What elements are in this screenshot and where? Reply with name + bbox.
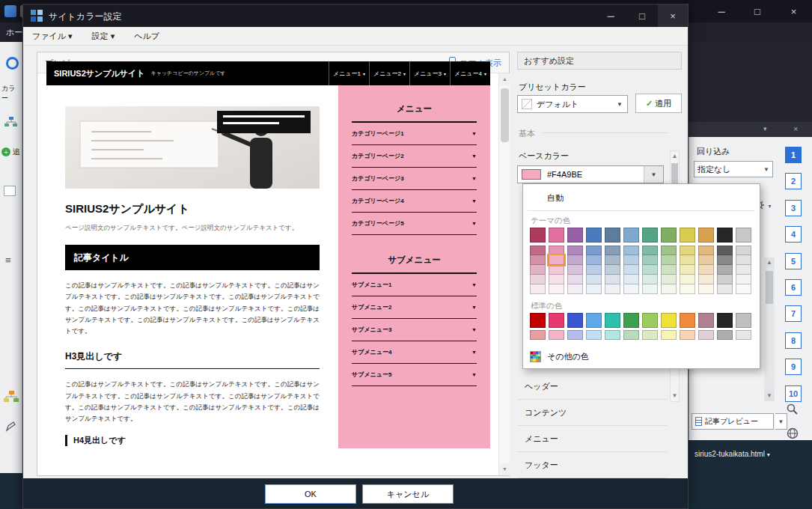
theme-color-variant-swatch[interactable] xyxy=(549,255,564,265)
theme-color-variant-swatch[interactable] xyxy=(736,275,751,284)
preview-scrollbar[interactable]: ▲ ▼ xyxy=(498,73,510,475)
page-number-button[interactable]: 3 xyxy=(785,200,802,216)
site-nav-item[interactable]: メニュー1▾ xyxy=(329,61,369,85)
sidebar-item[interactable]: カテゴリーページ2▼ xyxy=(352,145,477,168)
site-structure-icon[interactable] xyxy=(4,391,19,406)
theme-color-swatch[interactable] xyxy=(680,228,695,243)
theme-color-variant-swatch[interactable] xyxy=(736,265,751,275)
scroll-down-icon[interactable]: ▼ xyxy=(764,391,775,401)
theme-color-swatch[interactable] xyxy=(661,228,677,243)
standard-color-swatch[interactable] xyxy=(661,313,677,328)
theme-color-variant-swatch[interactable] xyxy=(680,255,695,265)
base-color-caret-icon[interactable]: ▼ xyxy=(644,166,663,183)
theme-color-variant-swatch[interactable] xyxy=(736,246,751,255)
panel-close-icon[interactable]: × xyxy=(793,124,798,133)
standard-color-light-swatch[interactable] xyxy=(680,330,695,340)
standard-color-light-swatch[interactable] xyxy=(698,330,714,340)
theme-color-variant-swatch[interactable] xyxy=(642,284,658,294)
dialog-close-button[interactable]: × xyxy=(658,4,688,27)
site-nav-item[interactable]: メニュー2▾ xyxy=(369,61,409,85)
theme-color-variant-swatch[interactable] xyxy=(680,265,695,275)
standard-color-light-swatch[interactable] xyxy=(736,330,751,340)
standard-color-swatch[interactable] xyxy=(605,313,620,328)
theme-color-variant-swatch[interactable] xyxy=(623,265,639,275)
theme-color-variant-swatch[interactable] xyxy=(605,246,620,255)
preview-scroll-down-icon[interactable]: ▼ xyxy=(499,463,510,475)
theme-color-variant-swatch[interactable] xyxy=(661,255,677,265)
theme-color-variant-swatch[interactable] xyxy=(717,265,733,275)
theme-color-variant-swatch[interactable] xyxy=(698,255,714,265)
more-colors-option[interactable]: その他の色 xyxy=(530,347,754,365)
menu-file[interactable]: ファイル ▾ xyxy=(32,31,73,42)
theme-color-variant-swatch[interactable] xyxy=(567,255,583,265)
standard-color-swatch[interactable] xyxy=(717,313,733,328)
theme-color-swatch[interactable] xyxy=(567,228,583,243)
theme-color-variant-swatch[interactable] xyxy=(586,284,602,294)
settings-scroll-up-icon[interactable]: ▲ xyxy=(671,151,679,162)
theme-color-variant-swatch[interactable] xyxy=(549,275,564,284)
theme-color-variant-swatch[interactable] xyxy=(623,246,639,255)
preset-color-select[interactable]: デフォルト ▼ xyxy=(517,95,628,113)
color-wheel-icon[interactable] xyxy=(6,57,19,70)
theme-color-variant-swatch[interactable] xyxy=(623,255,639,265)
theme-color-variant-swatch[interactable] xyxy=(717,246,733,255)
theme-color-variant-swatch[interactable] xyxy=(642,255,658,265)
auto-color-option[interactable]: 自動 xyxy=(523,187,760,208)
theme-color-swatch[interactable] xyxy=(586,228,602,243)
article-preview-button[interactable]: 記事プレビュー xyxy=(692,413,774,430)
preview-scrollbar-thumb[interactable] xyxy=(501,88,509,142)
theme-color-variant-swatch[interactable] xyxy=(661,265,677,275)
page-number-button[interactable]: 1 xyxy=(785,147,802,163)
list-icon[interactable]: ≡ xyxy=(5,254,11,266)
theme-color-swatch[interactable] xyxy=(717,228,733,243)
theme-color-swatch[interactable] xyxy=(698,228,714,243)
standard-color-light-swatch[interactable] xyxy=(530,330,546,340)
theme-color-variant-swatch[interactable] xyxy=(549,246,564,255)
theme-color-variant-swatch[interactable] xyxy=(605,255,620,265)
theme-color-variant-swatch[interactable] xyxy=(530,265,546,275)
sidebar-item[interactable]: カテゴリーページ1▼ xyxy=(352,123,477,145)
theme-color-variant-swatch[interactable] xyxy=(605,275,620,284)
theme-color-swatch[interactable] xyxy=(549,228,564,243)
theme-color-variant-swatch[interactable] xyxy=(717,255,733,265)
cancel-button[interactable]: キャンセル xyxy=(362,484,454,504)
theme-color-swatch[interactable] xyxy=(623,228,639,243)
standard-color-swatch[interactable] xyxy=(549,313,564,328)
file-tab[interactable]: sirius2-tukaikata.html ▾ xyxy=(695,450,770,458)
theme-color-variant-swatch[interactable] xyxy=(680,284,695,294)
theme-color-variant-swatch[interactable] xyxy=(698,246,714,255)
theme-color-variant-swatch[interactable] xyxy=(717,284,733,294)
page-number-button[interactable]: 4 xyxy=(785,226,802,243)
settings-section-ヘッダー[interactable]: ヘッダー xyxy=(517,374,667,400)
theme-color-variant-swatch[interactable] xyxy=(549,284,564,294)
panel-scrollbar-thumb[interactable] xyxy=(766,271,773,304)
sidebar-item[interactable]: サブメニュー4▼ xyxy=(352,341,477,364)
sidebar-item[interactable]: カテゴリーページ5▼ xyxy=(352,213,477,235)
menu-settings[interactable]: 設定 ▾ xyxy=(92,31,115,42)
apply-button[interactable]: ✓ 適用 xyxy=(635,94,682,113)
sidebar-item[interactable]: カテゴリーページ4▼ xyxy=(352,190,477,213)
standard-color-swatch[interactable] xyxy=(736,313,751,328)
standard-color-swatch[interactable] xyxy=(623,313,639,328)
theme-color-variant-swatch[interactable] xyxy=(530,255,546,265)
base-color-select[interactable]: #F4A9BE ▼ xyxy=(517,165,664,183)
theme-color-variant-swatch[interactable] xyxy=(567,246,583,255)
standard-color-light-swatch[interactable] xyxy=(661,330,677,340)
standard-color-light-swatch[interactable] xyxy=(642,330,658,340)
settings-section-フッター[interactable]: フッター xyxy=(517,452,667,478)
settings-section-メニュー[interactable]: メニュー xyxy=(517,426,667,452)
page-number-button[interactable]: 6 xyxy=(785,279,802,296)
theme-color-variant-swatch[interactable] xyxy=(623,284,639,294)
table-icon[interactable] xyxy=(4,186,16,196)
standard-color-swatch[interactable] xyxy=(698,313,714,328)
theme-color-variant-swatch[interactable] xyxy=(661,246,677,255)
site-nav-item[interactable]: メニュー3▾ xyxy=(409,61,450,85)
main-minimize-button[interactable]: ─ xyxy=(703,0,739,22)
theme-color-variant-swatch[interactable] xyxy=(661,284,677,294)
wrap-select[interactable]: 指定なし▼ xyxy=(694,161,773,177)
ok-button[interactable]: OK xyxy=(265,484,356,504)
theme-color-swatch[interactable] xyxy=(605,228,620,243)
sidebar-item[interactable]: サブメニュー5▼ xyxy=(352,364,477,386)
theme-color-variant-swatch[interactable] xyxy=(642,265,658,275)
theme-color-variant-swatch[interactable] xyxy=(567,265,583,275)
